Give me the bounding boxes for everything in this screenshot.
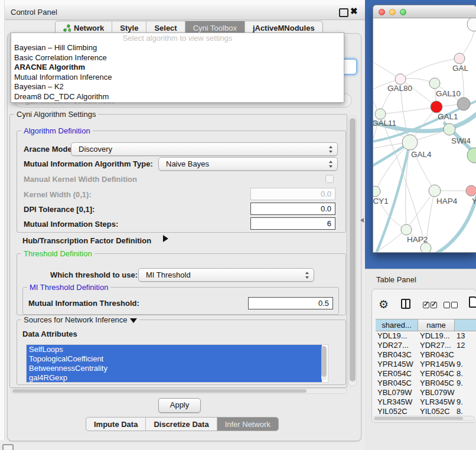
column-header[interactable] bbox=[455, 319, 476, 331]
tab-label: Impute Data bbox=[94, 420, 138, 429]
close-traffic-light-icon[interactable] bbox=[379, 9, 385, 15]
cyni-settings-group-title: Cyni Algorithm Settings bbox=[14, 110, 98, 119]
table-cell: YDR27... bbox=[376, 341, 418, 350]
table-cell: YDL19... bbox=[376, 331, 418, 341]
float-window-icon[interactable] bbox=[339, 8, 348, 17]
algorithm-option[interactable]: Basic Correlation Inference bbox=[11, 53, 344, 63]
column-header[interactable]: name bbox=[418, 319, 455, 331]
checked-box-icon[interactable] bbox=[431, 302, 437, 308]
mi-steps-label: Mutual Information Steps: bbox=[24, 220, 118, 229]
table-cell: YLR345W bbox=[418, 397, 455, 407]
network-node[interactable] bbox=[467, 18, 476, 31]
network-window: GALGAL80GAL10GAL1GAL11SWI4GAL4GCY1HAP4YH… bbox=[373, 5, 476, 253]
manual-kernel-checkbox[interactable] bbox=[325, 175, 334, 183]
network-node-gal11[interactable] bbox=[375, 109, 386, 119]
dock-mini-icon[interactable] bbox=[2, 444, 14, 450]
table-horizontal-scrollbar[interactable] bbox=[373, 416, 475, 421]
network-node-hap4[interactable] bbox=[429, 185, 441, 197]
aracne-mode-combobox[interactable]: Discovery bbox=[71, 142, 338, 156]
settings-vertical-scrollbar[interactable] bbox=[348, 116, 357, 386]
hub-definition-label[interactable]: Hub/Transcription Factor Definition bbox=[22, 236, 151, 245]
table-row[interactable]: YLR345WYLR345W9. bbox=[376, 397, 476, 407]
sources-title-text: Sources for Network Inference bbox=[24, 315, 128, 324]
left-dock-strip bbox=[0, 0, 5, 440]
dpi-tolerance-field[interactable]: 0.0 bbox=[250, 203, 335, 215]
zoom-traffic-light-icon[interactable] bbox=[400, 9, 406, 15]
minimize-traffic-light-icon[interactable] bbox=[389, 9, 396, 15]
network-node-y[interactable] bbox=[466, 185, 476, 196]
table-cell: YIL052C bbox=[376, 407, 418, 415]
settings-horizontal-scrollbar[interactable] bbox=[11, 388, 347, 394]
table-cell: YBR043C bbox=[376, 350, 418, 360]
node-label: GCY1 bbox=[373, 197, 389, 206]
table-cell: YDL19... bbox=[418, 331, 455, 341]
mi-threshold-field[interactable]: 0.5 bbox=[248, 297, 333, 309]
table-row[interactable]: YBR043CYBR043C bbox=[376, 350, 476, 360]
manual-kernel-label: Manual Kernel Width Definition bbox=[24, 175, 137, 184]
network-node[interactable] bbox=[457, 97, 470, 110]
cyni-bottom-tabbar: Impute DataDiscretize DataInfer Network bbox=[86, 417, 279, 431]
unchecked-box-icon[interactable] bbox=[444, 302, 450, 308]
attribute-item[interactable]: BetweennessCentrality bbox=[27, 364, 322, 373]
table-row[interactable]: YDL19...YDL19...13 bbox=[376, 331, 476, 341]
collapse-arrow-icon bbox=[130, 318, 137, 323]
table-row[interactable]: YPR145WYPR145W9. bbox=[376, 360, 476, 369]
algorithm-option[interactable]: Bayesian – K2 bbox=[11, 82, 344, 92]
attribute-item[interactable]: TopologicalCoefficient bbox=[27, 354, 322, 364]
network-node-gal[interactable] bbox=[454, 53, 465, 64]
network-node-swi4[interactable] bbox=[444, 123, 455, 135]
data-attributes-label: Data Attributes bbox=[22, 330, 77, 338]
node-label: GAL4 bbox=[411, 150, 432, 159]
table-cell: 12 bbox=[455, 341, 476, 350]
table-cell: YBR045C bbox=[376, 379, 418, 388]
attributes-scrollbar[interactable] bbox=[321, 346, 327, 381]
algorithm-option[interactable]: Dream8 DC_TDC Algorithm bbox=[11, 92, 344, 102]
checked-box-icon[interactable] bbox=[423, 302, 429, 308]
unchecked-box-icon[interactable] bbox=[451, 302, 458, 308]
network-node-gal10[interactable] bbox=[429, 78, 440, 89]
network-node-gal1[interactable] bbox=[431, 101, 442, 113]
tab-discretize-data[interactable]: Discretize Data bbox=[146, 418, 217, 431]
algorithm-option[interactable]: Mutual Information Inference bbox=[11, 73, 344, 83]
table-row[interactable]: YBR045CYBR045C9. bbox=[376, 379, 476, 388]
network-node[interactable] bbox=[420, 243, 431, 252]
attribute-item[interactable]: SelfLoops bbox=[27, 345, 322, 354]
algorithm-option[interactable]: ARACNE Algorithm bbox=[11, 63, 344, 73]
expand-arrow-icon[interactable] bbox=[163, 235, 168, 242]
panel-splitter-arrow-icon[interactable] bbox=[360, 218, 364, 223]
tab-infer-network[interactable]: Infer Network bbox=[217, 418, 278, 431]
network-node-gal4[interactable] bbox=[402, 135, 418, 150]
table-row[interactable]: YBL079WYBL079W bbox=[376, 388, 476, 397]
table-row[interactable]: YER054CYER054C8. bbox=[376, 369, 476, 379]
mi-type-combobox[interactable]: Naive Bayes bbox=[158, 157, 338, 171]
document-icon[interactable] bbox=[469, 296, 476, 308]
network-node-hap2[interactable] bbox=[401, 224, 412, 235]
network-node-gcy1[interactable] bbox=[373, 186, 380, 197]
table-cell: YIL052C bbox=[418, 407, 455, 415]
network-node[interactable] bbox=[467, 148, 476, 163]
table-cell: YBL079W bbox=[376, 388, 418, 397]
mi-threshold-group-title: MI Threshold Definition bbox=[27, 283, 110, 292]
network-window-titlebar[interactable] bbox=[373, 5, 476, 18]
kernel-width-field[interactable]: 0.0 bbox=[250, 188, 335, 200]
which-threshold-combobox[interactable]: MI Threshold bbox=[138, 268, 314, 282]
algorithm-definition-title: Algorithm Definition bbox=[21, 127, 93, 135]
attribute-item[interactable]: gal4RGexp bbox=[27, 373, 322, 383]
algorithm-option[interactable]: Bayesian – Hill Climbing bbox=[11, 43, 344, 53]
network-canvas[interactable]: GALGAL80GAL10GAL1GAL11SWI4GAL4GCY1HAP4YH… bbox=[373, 18, 476, 252]
table-row[interactable]: YIL052CYIL052C8. bbox=[376, 407, 476, 415]
node-label: GAL1 bbox=[438, 112, 458, 121]
gear-icon[interactable]: ⚙ bbox=[379, 298, 389, 311]
column-header[interactable]: shared... bbox=[376, 319, 418, 331]
apply-button[interactable]: Apply bbox=[158, 398, 201, 413]
data-attributes-list: SelfLoopsTopologicalCoefficientBetweenne… bbox=[26, 344, 328, 383]
mi-steps-field[interactable]: 6 bbox=[250, 217, 335, 230]
network-node-gal80[interactable] bbox=[395, 74, 406, 84]
sources-group-title[interactable]: Sources for Network Inference bbox=[21, 316, 139, 324]
split-columns-icon[interactable] bbox=[401, 299, 410, 309]
tab-impute-data[interactable]: Impute Data bbox=[86, 418, 146, 431]
combo-spinner-icon bbox=[329, 146, 333, 153]
close-icon[interactable]: ✖ bbox=[350, 6, 358, 17]
table-row[interactable]: YDR27...YDR27...12 bbox=[376, 341, 476, 350]
table-cell: 9. bbox=[455, 397, 476, 407]
